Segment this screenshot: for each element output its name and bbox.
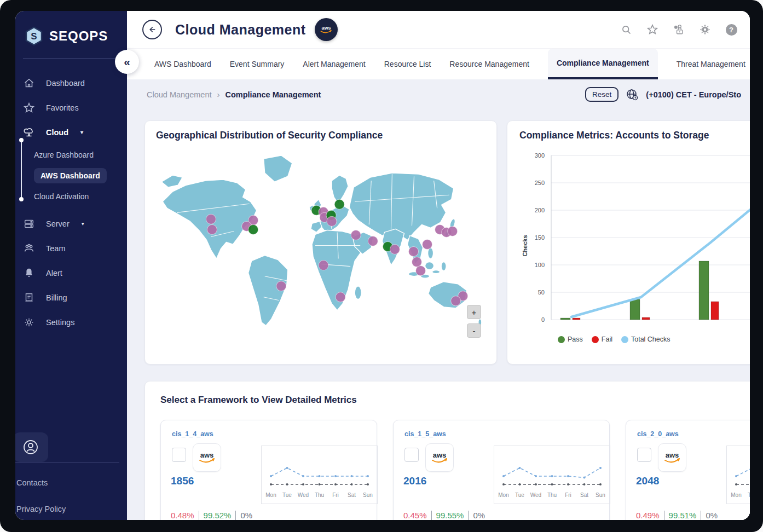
help-button[interactable]: ?	[725, 23, 738, 36]
framework-sparkline: MonTueWedThuFriSatSun	[494, 446, 610, 504]
svg-text:Tue: Tue	[748, 492, 750, 498]
map-marker-purple[interactable]	[412, 257, 421, 267]
y-axis-label: Checks	[522, 235, 528, 256]
map-marker-purple[interactable]	[276, 281, 286, 291]
framework-name-link[interactable]: cis_1_5_aws	[404, 430, 446, 438]
stat-divider	[701, 511, 701, 520]
svg-text:aws: aws	[666, 451, 679, 459]
sidebar-item-dashboard[interactable]: Dashboard	[15, 71, 127, 95]
map-marker-purple[interactable]	[423, 239, 432, 249]
seqops-logo-icon: S	[24, 26, 44, 46]
globe-timezone-icon[interactable]	[625, 88, 639, 102]
framework-checkbox[interactable]	[637, 448, 651, 462]
map-marker-purple[interactable]	[451, 296, 461, 306]
framework-name-link[interactable]: cis_1_4_aws	[172, 430, 213, 438]
settings-button[interactable]	[698, 23, 712, 36]
sidebar-item-alert[interactable]: Alert	[15, 261, 127, 285]
map-marker-purple[interactable]	[336, 292, 345, 302]
star-icon	[23, 102, 35, 114]
aws-logo-box: aws	[193, 443, 221, 472]
sidebar-item-label: Settings	[46, 318, 74, 327]
breadcrumb-current: Compliance Management	[226, 90, 321, 99]
timezone-label[interactable]: (+0100) CET - Europe/Sto	[646, 90, 741, 99]
framework-sparkline: MonTueWedThuFriSatSun	[727, 446, 750, 504]
contacts-link[interactable]: Contacts	[16, 478, 48, 487]
breadcrumb-parent[interactable]: Cloud Mangement	[147, 90, 212, 99]
map-marker-purple[interactable]	[319, 261, 328, 270]
map-zoom-out-button[interactable]: -	[467, 323, 481, 338]
fail-color-dot	[592, 336, 599, 343]
map-marker-purple[interactable]	[408, 247, 418, 257]
sidebar-item-cloud[interactable]: Cloud ▾	[15, 120, 127, 144]
map-marker-purple[interactable]	[207, 224, 217, 234]
framework-card-cis-1-5[interactable]: cis_1_5_aws aws 2016	[393, 420, 610, 520]
tab-resource-list[interactable]: Resource List	[384, 49, 431, 79]
team-icon	[23, 242, 35, 255]
sidebar-item-team[interactable]: Team	[15, 236, 127, 261]
legend-item-fail[interactable]: Fail	[592, 336, 612, 343]
tab-event-summary[interactable]: Event Summary	[230, 49, 285, 79]
sidebar-item-server[interactable]: Server ▾	[15, 211, 127, 236]
framework-card-cis-2-0[interactable]: cis_2_0_aws aws 2048	[626, 420, 750, 520]
sidebar-collapse-button[interactable]: «	[115, 50, 139, 74]
map-marker-purple[interactable]	[448, 226, 458, 236]
svg-text:aws: aws	[200, 451, 214, 459]
framework-checkbox[interactable]	[172, 448, 186, 462]
tab-resource-management[interactable]: Resource Management	[449, 49, 529, 79]
collapse-chevrons-icon: «	[124, 55, 130, 68]
svg-text:Wed: Wed	[530, 492, 541, 498]
back-button[interactable]	[142, 20, 162, 39]
map-marker-purple[interactable]	[351, 230, 361, 240]
cloud-subgroup: Azure Dashboard AWS Dashboard Cloud Acti…	[15, 144, 127, 207]
map-marker-green[interactable]	[248, 224, 258, 234]
user-lock-icon	[672, 23, 685, 36]
avatar[interactable]	[15, 432, 48, 462]
reset-button[interactable]: Reset	[585, 87, 619, 102]
gear-icon	[699, 24, 711, 36]
map-marker-green[interactable]	[334, 199, 344, 209]
sidebar-item-azure-dashboard[interactable]: Azure Dashboard	[34, 144, 127, 165]
sidebar-item-cloud-activation[interactable]: Cloud Activation	[34, 186, 127, 207]
framework-stats: 0.45% 99.55% 0%	[403, 511, 485, 520]
svg-text:Sun: Sun	[596, 492, 605, 498]
help-icon: ?	[726, 24, 737, 36]
map-marker-purple[interactable]	[327, 216, 337, 226]
sidebar-footer-divider	[15, 462, 119, 463]
tab-compliance-management[interactable]: Compliance Management	[548, 49, 658, 79]
breadcrumb-bar: Cloud Mangement › Compliance Management …	[127, 79, 750, 109]
framework-card-cis-1-4[interactable]: cis_1_4_aws aws 1856	[160, 420, 377, 520]
map-marker-purple[interactable]	[206, 214, 216, 224]
svg-text:Sat: Sat	[348, 492, 356, 498]
sidebar-item-settings[interactable]: Settings	[15, 310, 127, 334]
fail-percent: 0.45%	[403, 511, 427, 520]
sidebar-item-favorites[interactable]: Favorites	[15, 95, 127, 120]
sidebar-item-billing[interactable]: Billing	[15, 285, 127, 310]
map-zoom-in-button[interactable]: +	[467, 305, 481, 319]
framework-name-link[interactable]: cis_2_0_aws	[637, 430, 679, 438]
screenshot-stage: S SEQOPS Dashboard	[0, 0, 763, 532]
tab-alert-management[interactable]: Alert Management	[303, 49, 365, 79]
tab-threat-management[interactable]: Threat Management	[677, 49, 745, 79]
svg-text:Fri: Fri	[565, 492, 571, 498]
map-marker-purple[interactable]	[368, 236, 378, 246]
sidebar-item-aws-dashboard[interactable]: AWS Dashboard	[34, 165, 127, 186]
framework-checkbox[interactable]	[404, 448, 419, 462]
svg-text:Thu: Thu	[547, 492, 557, 498]
tab-aws-dashboard[interactable]: AWS Dashboard	[154, 49, 211, 79]
search-button[interactable]	[620, 23, 633, 36]
brand-logo: S SEQOPS	[15, 11, 127, 58]
stat-divider	[199, 511, 199, 520]
map-marker-purple[interactable]	[390, 245, 400, 255]
user-security-button[interactable]	[672, 23, 685, 36]
legend-item-total-checks[interactable]: Total Checks	[621, 336, 670, 343]
search-icon	[621, 24, 632, 36]
framework-section-title: Select a Framework to View Detailed Metr…	[160, 395, 750, 406]
legend-item-pass[interactable]: Pass	[558, 336, 583, 343]
favorites-button[interactable]	[646, 23, 659, 36]
privacy-policy-link[interactable]: Privacy Policy	[16, 505, 66, 513]
svg-text:0: 0	[541, 316, 545, 323]
window-frame: S SEQOPS Dashboard	[0, 0, 763, 532]
map-marker-purple[interactable]	[416, 266, 426, 276]
sidebar-item-label: Dashboard	[46, 79, 85, 88]
page-header: Cloud Management aws	[127, 11, 750, 48]
